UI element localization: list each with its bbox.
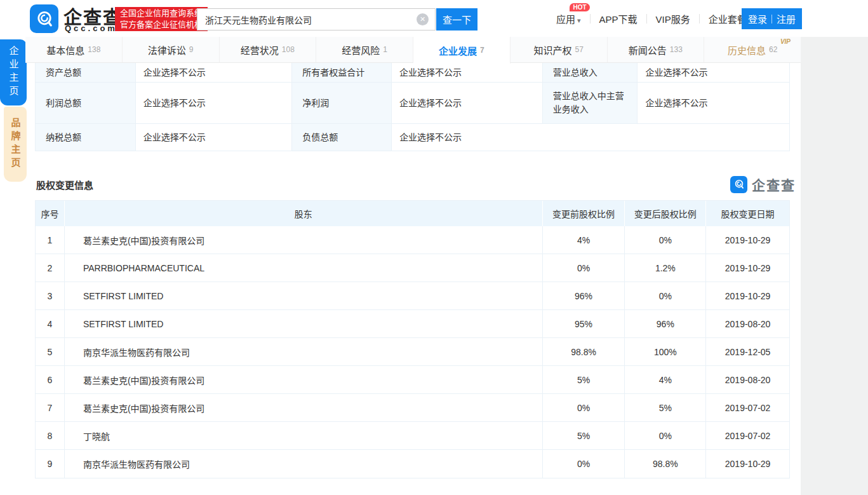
column-header-ratio-before-cell: 变更前股权比例 (543, 201, 625, 226)
sidebar-tab-company-label: 企业主页 (7, 46, 20, 99)
financial-value-cell: 企业选择不公示 (638, 63, 789, 82)
badge-line-1: 全国企业信用查询系统 (120, 8, 203, 19)
register-label: 注册 (777, 12, 796, 25)
tab-operating-risk[interactable]: 经营风险1 (316, 37, 413, 62)
chevron-down-icon: ▾ (577, 17, 581, 24)
shareholder-cell: 丁晓航 (65, 422, 543, 449)
tab-enterprise-development[interactable]: 企业发展7 (413, 37, 511, 64)
ratio-before-cell: 0% (543, 394, 625, 421)
tab-label: 经营风险 (342, 43, 380, 57)
tab-history-info[interactable]: 历史信息62VIP (704, 37, 801, 62)
nav-separator (590, 14, 591, 24)
shareholder-cell: 南京华派生物医药有限公司 (65, 450, 543, 478)
page-background-gutter (801, 37, 868, 495)
table-row: 8丁晓航5%0%2019-07-02 (36, 422, 789, 450)
shareholder-cell: SETFIRST LIMITED (65, 282, 543, 309)
ratio-after-cell: 98.8% (625, 450, 706, 478)
nav-separator (699, 14, 700, 24)
column-header-change-date-cell: 股权变更日期 (706, 201, 789, 226)
financial-label-cell: 净利润 (292, 83, 392, 123)
ratio-before-cell: 5% (543, 366, 625, 393)
ratio-after-cell: 1.2% (625, 254, 706, 281)
login-register-button[interactable]: 登录 注册 (742, 8, 802, 29)
top-nav: 应用▾HOTAPP下载VIP服务企业套餐 (556, 0, 765, 37)
change-date-cell: 2019-12-05 (706, 338, 789, 365)
seq-cell: 5 (36, 338, 65, 365)
financial-value-cell: 企业选择不公示 (392, 124, 789, 151)
shareholder-cell: 葛兰素史克(中国)投资有限公司 (65, 394, 543, 421)
search-button[interactable]: 查一下 (436, 8, 477, 31)
ratio-after-cell: 0% (625, 422, 706, 449)
seq-cell: 8 (36, 422, 65, 449)
tab-count: 9 (189, 45, 194, 54)
change-date-cell: 2019-08-20 (706, 310, 789, 337)
tab-count: 7 (480, 46, 484, 55)
seq-cell: 3 (36, 282, 65, 309)
ratio-before-cell: 0% (543, 254, 625, 281)
search-input[interactable] (197, 8, 436, 31)
table-row: 7葛兰素史克(中国)投资有限公司0%5%2019-07-02 (36, 394, 789, 422)
financial-value-cell: 企业选择不公示 (638, 83, 789, 123)
nav-item-app-download[interactable]: APP下载 (599, 12, 638, 25)
change-date-cell: 2019-08-20 (706, 366, 789, 393)
seq-cell: 7 (36, 394, 65, 421)
login-register-divider (771, 15, 772, 24)
tab-count: 133 (670, 45, 683, 54)
table-row: 5南京华派生物医药有限公司98.8%100%2019-12-05 (36, 338, 789, 366)
section-tab-bar: 基本信息138法律诉讼9经营状况108经营风险1企业发展7知识产权57新闻公告1… (25, 37, 801, 63)
table-row: 4SETFIRST LIMITED95%96%2019-08-20 (36, 310, 789, 338)
tab-count: 138 (88, 45, 100, 54)
ratio-after-cell: 0% (625, 282, 706, 309)
equity-table-body: 1葛兰素史克(中国)投资有限公司4%0%2019-10-292PARRBIOPH… (36, 226, 789, 478)
seq-cell: 1 (36, 226, 65, 254)
change-date-cell: 2019-10-29 (706, 226, 789, 254)
tab-count: 57 (575, 45, 583, 54)
qcc-watermark: 企查查 (730, 175, 796, 194)
seq-cell: 6 (36, 366, 65, 393)
equity-change-section-title: 股权变更信息 (36, 178, 93, 191)
column-header-shareholder-cell: 股东 (65, 201, 543, 226)
official-certification-badge: 全国企业信用查询系统 官方备案企业征信机构 (115, 7, 208, 31)
sidebar-tab-brand-homepage[interactable]: 品牌主页 (4, 107, 27, 182)
table-row: 2PARRBIOPHARMACEUTICAL0%1.2%2019-10-29 (36, 254, 789, 282)
tab-label: 新闻公告 (629, 43, 667, 57)
sidebar-tab-company-homepage[interactable]: 企业主页 (0, 39, 27, 105)
shareholder-cell: 南京华派生物医药有限公司 (65, 338, 543, 365)
table-row: 3SETFIRST LIMITED96%0%2019-10-29 (36, 282, 789, 310)
seq-cell: 4 (36, 310, 65, 337)
brand-domain: Qcc.com (65, 24, 117, 33)
tab-operating-status[interactable]: 经营状况108 (220, 37, 317, 62)
tab-count: 1 (383, 45, 387, 54)
equity-table-header-row: 序号股东变更前股权比例变更后股权比例股权变更日期 (36, 201, 789, 226)
ratio-after-cell: 96% (625, 310, 706, 337)
hot-badge: HOT (570, 3, 589, 11)
table-row: 1葛兰素史克(中国)投资有限公司4%0%2019-10-29 (36, 226, 789, 254)
ratio-after-cell: 4% (625, 366, 706, 393)
tab-intellectual-property[interactable]: 知识产权57 (511, 37, 608, 62)
qcc-logo-icon[interactable] (30, 4, 58, 33)
clear-search-icon[interactable]: ✕ (417, 13, 429, 25)
magnifier-at-icon (34, 8, 55, 30)
ratio-before-cell: 95% (543, 310, 625, 337)
financial-label-cell: 营业总收入 (543, 63, 638, 82)
top-header: 企查查 Qcc.com 全国企业信用查询系统 官方备案企业征信机构 ✕ 查一下 … (0, 0, 868, 37)
change-date-cell: 2019-10-29 (706, 254, 789, 281)
shareholder-cell: SETFIRST LIMITED (65, 310, 543, 337)
tab-legal-litigation[interactable]: 法律诉讼9 (123, 37, 220, 62)
financial-value-cell: 企业选择不公示 (392, 83, 543, 123)
financial-label-cell: 负债总额 (292, 124, 392, 151)
tab-news-announcements[interactable]: 新闻公告133 (608, 37, 705, 62)
magnifier-at-icon (733, 178, 745, 191)
financial-label-cell: 利润总额 (36, 83, 136, 123)
nav-item-vip-service[interactable]: VIP服务 (656, 12, 690, 25)
nav-item-apps[interactable]: 应用▾HOT (556, 12, 581, 25)
tab-basic-info[interactable]: 基本信息138 (25, 37, 123, 62)
ratio-before-cell: 0% (543, 450, 625, 478)
financial-label-cell: 纳税总额 (36, 124, 136, 151)
qcc-watermark-text: 企查查 (752, 175, 796, 194)
ratio-before-cell: 4% (543, 226, 625, 254)
equity-change-table: 序号股东变更前股权比例变更后股权比例股权变更日期 1葛兰素史克(中国)投资有限公… (35, 200, 790, 478)
column-header-seq-cell: 序号 (36, 201, 65, 226)
nav-item-enterprise-packages[interactable]: 企业套餐 (709, 12, 747, 25)
shareholder-cell: PARRBIOPHARMACEUTICAL (65, 254, 543, 281)
